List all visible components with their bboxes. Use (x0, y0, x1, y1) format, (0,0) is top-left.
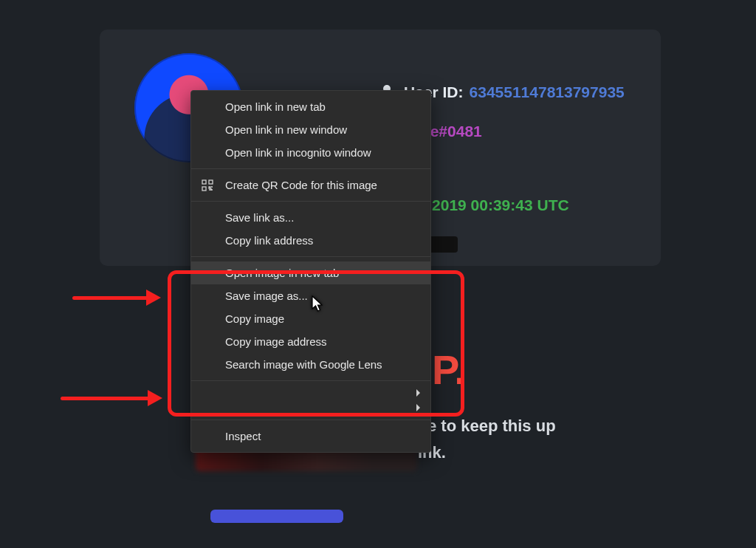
user-id-value: 634551147813797935 (470, 81, 625, 103)
menu-open-link-new-tab[interactable]: Open link in new tab (191, 95, 430, 118)
blue-bar (210, 510, 343, 523)
menu-open-link-incognito[interactable]: Open link in incognito window (191, 141, 430, 164)
menu-separator (191, 201, 430, 202)
bg-line-1: e to keep this up (427, 417, 556, 436)
menu-search-google-lens[interactable]: Search image with Google Lens (191, 353, 430, 376)
menu-save-link-as[interactable]: Save link as... (191, 206, 430, 229)
annotation-arrow-1 (72, 292, 161, 303)
svg-rect-2 (202, 187, 206, 191)
menu-open-image-new-tab[interactable]: Open image in new tab (191, 261, 430, 284)
menu-submenu-2[interactable] (191, 400, 430, 415)
qr-icon (202, 179, 213, 191)
menu-separator (191, 256, 430, 257)
mouse-cursor-icon (312, 295, 325, 313)
menu-create-qr[interactable]: Create QR Code for this image (191, 174, 430, 196)
menu-copy-link-address[interactable]: Copy link address (191, 229, 430, 252)
menu-inspect[interactable]: Inspect (191, 425, 430, 448)
svg-rect-0 (202, 180, 206, 184)
annotation-arrow-2 (61, 393, 162, 403)
context-menu: Open link in new tab Open link in new wi… (190, 90, 431, 453)
menu-copy-image-address[interactable]: Copy image address (191, 330, 430, 353)
menu-separator (191, 168, 430, 169)
menu-separator (191, 419, 430, 420)
big-p: P. (432, 346, 466, 394)
menu-save-image-as[interactable]: Save image as... (191, 284, 430, 307)
menu-open-link-new-window[interactable]: Open link in new window (191, 118, 430, 141)
svg-rect-1 (209, 180, 213, 184)
menu-submenu-1[interactable] (191, 386, 430, 400)
menu-separator (191, 380, 430, 381)
menu-copy-image[interactable]: Copy image (191, 307, 430, 330)
